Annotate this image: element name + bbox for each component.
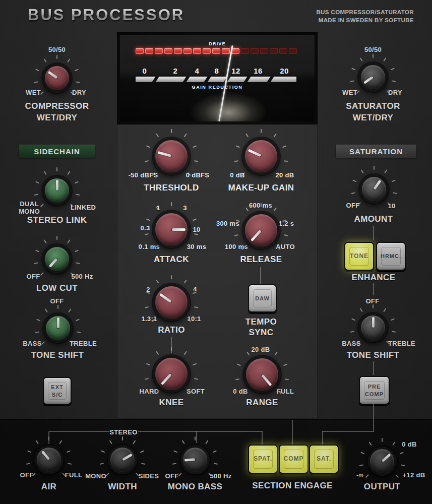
knob-pointer (41, 451, 50, 460)
range-title: RANGE (246, 398, 278, 408)
attack-knob[interactable] (143, 201, 200, 258)
knob-body (153, 138, 190, 175)
knob-body (359, 174, 389, 204)
stereo-link-title: STEREO LINK (27, 215, 87, 225)
knob-pointer (172, 228, 186, 231)
air-off-label: OFF (20, 471, 34, 479)
width-mono-label: MONO (85, 472, 106, 480)
scale-tick-16: 16 (254, 67, 263, 75)
ratio-knob[interactable] (143, 274, 200, 331)
pre-comp-button[interactable]: PRE COMP (359, 376, 390, 405)
air-full-label: FULL (65, 471, 82, 479)
drive-led (270, 48, 278, 54)
attack-title: ATTACK (154, 255, 189, 265)
knob-body (242, 138, 280, 175)
tone-button[interactable]: TONE (344, 242, 374, 271)
comp-button[interactable]: COMP (279, 445, 308, 474)
output-title: OUTPUT (364, 482, 400, 492)
release-knob[interactable] (233, 202, 289, 259)
mono-bass-500hz-label: 500 Hz (210, 472, 232, 480)
drive-led (136, 48, 144, 54)
tempo-sync-title-1: TEMPO (245, 317, 277, 327)
knob-body (42, 244, 72, 274)
drive-led (222, 48, 230, 54)
daw-button[interactable]: DAW (248, 284, 277, 312)
knob-pointer (161, 373, 172, 385)
scale-tick-20: 20 (280, 67, 289, 75)
saturation-banner: SATURATION (336, 145, 416, 158)
tone-shift-left-treble-label: TREBLE (70, 340, 97, 347)
connector-precomp-horizontal (322, 431, 374, 432)
sat-button[interactable]: SAT. (309, 445, 339, 474)
drive-led (203, 48, 211, 54)
scale-tick-0: 0 (143, 67, 147, 75)
drive-label: DRIVE (209, 41, 226, 46)
bus-processor-plugin: { "header": { "title": "BUS PROCESSOR", … (0, 0, 432, 504)
knob-body (42, 64, 72, 93)
output-knob[interactable] (358, 437, 406, 485)
knob-pointer (381, 453, 391, 462)
threshold-title: THRESHOLD (144, 183, 199, 193)
vu-meter-face: DRIVE 0 2 4 8 12 16 20 GAIN REDUCTION (120, 35, 315, 121)
knob-pointer (159, 293, 172, 303)
scale-divider (151, 77, 160, 82)
tone-button-label: TONE (350, 253, 368, 261)
stereo-link-mono-label: MONO (19, 208, 40, 215)
knob-pointer (122, 453, 133, 461)
sat-wetdry-title-2: WET/DRY (353, 113, 394, 123)
sat-wetdry-top-label: 50/50 (364, 46, 382, 53)
knob-body (358, 313, 388, 342)
amount-10-label: 10 (388, 202, 395, 210)
drive-led (251, 48, 259, 54)
knob-body (108, 445, 137, 474)
vu-meter: DRIVE 0 2 4 8 12 16 20 GAIN REDUCTION (117, 32, 318, 124)
knee-knob[interactable] (143, 346, 200, 402)
knob-pointer (49, 258, 58, 268)
output-12db-label: +12 dB (403, 471, 425, 479)
tagline-line-2: MADE IN SWEDEN BY SOFTUBE (316, 16, 414, 24)
width-sides-label: SIDES (139, 472, 159, 480)
tone-shift-left-bass-label: BASS (23, 340, 41, 347)
sat-wetdry-dry-label: DRY (388, 89, 402, 96)
release-title: RELEASE (240, 255, 282, 265)
pre-comp-line-1: PRE (368, 383, 381, 390)
knob-pointer (251, 230, 262, 241)
scale-divider (182, 77, 191, 82)
drive-led (260, 48, 268, 54)
tone-shift-right-treble-label: TREBLE (388, 340, 415, 347)
scale-tick-12: 12 (231, 67, 240, 75)
drive-led (155, 48, 163, 54)
knob-body (43, 313, 73, 343)
knob-pointer (157, 151, 171, 157)
hrmc-button[interactable]: HRMC. (376, 242, 406, 271)
amount-title: AMOUNT (354, 214, 393, 224)
drive-led (183, 48, 192, 54)
range-knob[interactable] (234, 346, 290, 403)
plugin-title: BUS PROCESSOR (28, 6, 184, 24)
drive-led (193, 48, 201, 54)
threshold-min-label: -50 dBFS (129, 171, 158, 179)
ext-sc-button[interactable]: EXT S/C (43, 377, 72, 405)
tone-shift-left-title: TONE SHIFT (31, 350, 84, 360)
spat-button-label: SPAT. (254, 455, 272, 463)
connector-amount-enhance (373, 226, 374, 240)
knob-body (243, 356, 281, 393)
low-cut-500hz-label: 500 Hz (72, 273, 93, 280)
knob-pointer (363, 76, 374, 84)
meter-glow (191, 92, 266, 121)
sat-wetdry-wet-label: WET (342, 89, 357, 96)
knob-body (34, 445, 64, 474)
comp-wetdry-dry-label: DRY (72, 89, 86, 96)
knob-body (367, 447, 397, 476)
connector-stereo-left (49, 431, 109, 432)
spat-button[interactable]: SPAT. (248, 445, 278, 474)
drive-led (279, 48, 287, 54)
mono-bass-off-label: OFF (165, 472, 179, 480)
knee-title: KNEE (159, 398, 184, 408)
connector-enhance-toneshift (373, 283, 374, 295)
knob-pointer (47, 71, 57, 79)
knob-body (242, 212, 280, 249)
width-title: WIDTH (108, 482, 137, 492)
knob-body (153, 211, 190, 248)
tempo-sync-title-2: SYNC (249, 328, 274, 338)
